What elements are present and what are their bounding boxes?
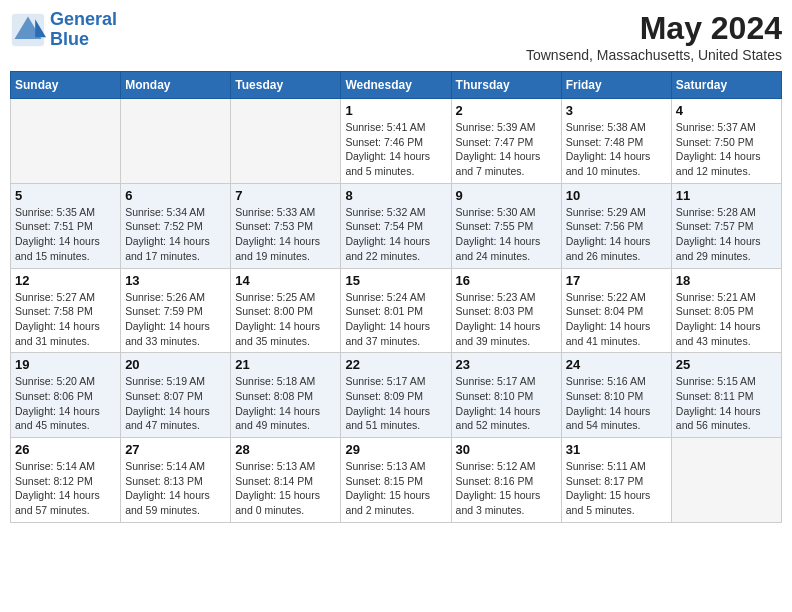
day-info: Sunrise: 5:32 AM Sunset: 7:54 PM Dayligh… — [345, 205, 446, 264]
calendar-cell — [231, 99, 341, 184]
day-number: 26 — [15, 442, 116, 457]
day-info: Sunrise: 5:28 AM Sunset: 7:57 PM Dayligh… — [676, 205, 777, 264]
week-row-1: 5Sunrise: 5:35 AM Sunset: 7:51 PM Daylig… — [11, 183, 782, 268]
day-number: 30 — [456, 442, 557, 457]
month-year: May 2024 — [526, 10, 782, 47]
calendar-cell: 21Sunrise: 5:18 AM Sunset: 8:08 PM Dayli… — [231, 353, 341, 438]
day-info: Sunrise: 5:19 AM Sunset: 8:07 PM Dayligh… — [125, 374, 226, 433]
location: Townsend, Massachusetts, United States — [526, 47, 782, 63]
day-number: 18 — [676, 273, 777, 288]
day-info: Sunrise: 5:11 AM Sunset: 8:17 PM Dayligh… — [566, 459, 667, 518]
calendar-cell: 31Sunrise: 5:11 AM Sunset: 8:17 PM Dayli… — [561, 438, 671, 523]
logo-line1: General — [50, 9, 117, 29]
day-number: 25 — [676, 357, 777, 372]
day-info: Sunrise: 5:25 AM Sunset: 8:00 PM Dayligh… — [235, 290, 336, 349]
page-header: General Blue May 2024 Townsend, Massachu… — [10, 10, 782, 63]
calendar-cell: 9Sunrise: 5:30 AM Sunset: 7:55 PM Daylig… — [451, 183, 561, 268]
calendar-cell — [11, 99, 121, 184]
day-number: 31 — [566, 442, 667, 457]
calendar-cell: 30Sunrise: 5:12 AM Sunset: 8:16 PM Dayli… — [451, 438, 561, 523]
calendar-cell: 1Sunrise: 5:41 AM Sunset: 7:46 PM Daylig… — [341, 99, 451, 184]
day-number: 6 — [125, 188, 226, 203]
calendar-cell: 20Sunrise: 5:19 AM Sunset: 8:07 PM Dayli… — [121, 353, 231, 438]
calendar-cell: 4Sunrise: 5:37 AM Sunset: 7:50 PM Daylig… — [671, 99, 781, 184]
day-number: 22 — [345, 357, 446, 372]
calendar-cell: 3Sunrise: 5:38 AM Sunset: 7:48 PM Daylig… — [561, 99, 671, 184]
day-info: Sunrise: 5:13 AM Sunset: 8:14 PM Dayligh… — [235, 459, 336, 518]
calendar-cell: 7Sunrise: 5:33 AM Sunset: 7:53 PM Daylig… — [231, 183, 341, 268]
day-number: 17 — [566, 273, 667, 288]
day-info: Sunrise: 5:30 AM Sunset: 7:55 PM Dayligh… — [456, 205, 557, 264]
day-info: Sunrise: 5:18 AM Sunset: 8:08 PM Dayligh… — [235, 374, 336, 433]
day-number: 11 — [676, 188, 777, 203]
day-info: Sunrise: 5:14 AM Sunset: 8:12 PM Dayligh… — [15, 459, 116, 518]
week-row-3: 19Sunrise: 5:20 AM Sunset: 8:06 PM Dayli… — [11, 353, 782, 438]
day-info: Sunrise: 5:29 AM Sunset: 7:56 PM Dayligh… — [566, 205, 667, 264]
week-row-0: 1Sunrise: 5:41 AM Sunset: 7:46 PM Daylig… — [11, 99, 782, 184]
day-info: Sunrise: 5:12 AM Sunset: 8:16 PM Dayligh… — [456, 459, 557, 518]
weekday-header-friday: Friday — [561, 72, 671, 99]
day-info: Sunrise: 5:21 AM Sunset: 8:05 PM Dayligh… — [676, 290, 777, 349]
day-number: 27 — [125, 442, 226, 457]
calendar-cell: 14Sunrise: 5:25 AM Sunset: 8:00 PM Dayli… — [231, 268, 341, 353]
day-number: 20 — [125, 357, 226, 372]
weekday-header-wednesday: Wednesday — [341, 72, 451, 99]
title-block: May 2024 Townsend, Massachusetts, United… — [526, 10, 782, 63]
day-info: Sunrise: 5:17 AM Sunset: 8:10 PM Dayligh… — [456, 374, 557, 433]
day-info: Sunrise: 5:37 AM Sunset: 7:50 PM Dayligh… — [676, 120, 777, 179]
calendar: SundayMondayTuesdayWednesdayThursdayFrid… — [10, 71, 782, 523]
day-number: 2 — [456, 103, 557, 118]
week-row-2: 12Sunrise: 5:27 AM Sunset: 7:58 PM Dayli… — [11, 268, 782, 353]
day-number: 13 — [125, 273, 226, 288]
logo: General Blue — [10, 10, 117, 50]
day-info: Sunrise: 5:41 AM Sunset: 7:46 PM Dayligh… — [345, 120, 446, 179]
calendar-cell: 16Sunrise: 5:23 AM Sunset: 8:03 PM Dayli… — [451, 268, 561, 353]
day-number: 28 — [235, 442, 336, 457]
calendar-cell: 24Sunrise: 5:16 AM Sunset: 8:10 PM Dayli… — [561, 353, 671, 438]
day-info: Sunrise: 5:39 AM Sunset: 7:47 PM Dayligh… — [456, 120, 557, 179]
day-info: Sunrise: 5:14 AM Sunset: 8:13 PM Dayligh… — [125, 459, 226, 518]
day-info: Sunrise: 5:34 AM Sunset: 7:52 PM Dayligh… — [125, 205, 226, 264]
day-info: Sunrise: 5:17 AM Sunset: 8:09 PM Dayligh… — [345, 374, 446, 433]
calendar-cell: 29Sunrise: 5:13 AM Sunset: 8:15 PM Dayli… — [341, 438, 451, 523]
calendar-cell: 18Sunrise: 5:21 AM Sunset: 8:05 PM Dayli… — [671, 268, 781, 353]
day-number: 16 — [456, 273, 557, 288]
calendar-cell: 22Sunrise: 5:17 AM Sunset: 8:09 PM Dayli… — [341, 353, 451, 438]
day-info: Sunrise: 5:22 AM Sunset: 8:04 PM Dayligh… — [566, 290, 667, 349]
weekday-header-thursday: Thursday — [451, 72, 561, 99]
calendar-cell: 25Sunrise: 5:15 AM Sunset: 8:11 PM Dayli… — [671, 353, 781, 438]
day-number: 10 — [566, 188, 667, 203]
day-number: 23 — [456, 357, 557, 372]
calendar-cell: 5Sunrise: 5:35 AM Sunset: 7:51 PM Daylig… — [11, 183, 121, 268]
calendar-cell: 17Sunrise: 5:22 AM Sunset: 8:04 PM Dayli… — [561, 268, 671, 353]
day-number: 9 — [456, 188, 557, 203]
calendar-cell: 27Sunrise: 5:14 AM Sunset: 8:13 PM Dayli… — [121, 438, 231, 523]
day-info: Sunrise: 5:23 AM Sunset: 8:03 PM Dayligh… — [456, 290, 557, 349]
day-number: 5 — [15, 188, 116, 203]
week-row-4: 26Sunrise: 5:14 AM Sunset: 8:12 PM Dayli… — [11, 438, 782, 523]
calendar-cell: 12Sunrise: 5:27 AM Sunset: 7:58 PM Dayli… — [11, 268, 121, 353]
weekday-header-tuesday: Tuesday — [231, 72, 341, 99]
day-info: Sunrise: 5:33 AM Sunset: 7:53 PM Dayligh… — [235, 205, 336, 264]
day-info: Sunrise: 5:15 AM Sunset: 8:11 PM Dayligh… — [676, 374, 777, 433]
weekday-header-saturday: Saturday — [671, 72, 781, 99]
calendar-cell: 10Sunrise: 5:29 AM Sunset: 7:56 PM Dayli… — [561, 183, 671, 268]
day-number: 7 — [235, 188, 336, 203]
day-number: 24 — [566, 357, 667, 372]
calendar-cell: 6Sunrise: 5:34 AM Sunset: 7:52 PM Daylig… — [121, 183, 231, 268]
day-number: 14 — [235, 273, 336, 288]
calendar-cell: 28Sunrise: 5:13 AM Sunset: 8:14 PM Dayli… — [231, 438, 341, 523]
calendar-cell — [121, 99, 231, 184]
weekday-header-monday: Monday — [121, 72, 231, 99]
calendar-cell: 15Sunrise: 5:24 AM Sunset: 8:01 PM Dayli… — [341, 268, 451, 353]
weekday-header-sunday: Sunday — [11, 72, 121, 99]
calendar-cell: 23Sunrise: 5:17 AM Sunset: 8:10 PM Dayli… — [451, 353, 561, 438]
calendar-cell: 13Sunrise: 5:26 AM Sunset: 7:59 PM Dayli… — [121, 268, 231, 353]
day-info: Sunrise: 5:16 AM Sunset: 8:10 PM Dayligh… — [566, 374, 667, 433]
logo-line2: Blue — [50, 29, 89, 49]
calendar-cell: 19Sunrise: 5:20 AM Sunset: 8:06 PM Dayli… — [11, 353, 121, 438]
day-info: Sunrise: 5:24 AM Sunset: 8:01 PM Dayligh… — [345, 290, 446, 349]
day-number: 1 — [345, 103, 446, 118]
day-info: Sunrise: 5:35 AM Sunset: 7:51 PM Dayligh… — [15, 205, 116, 264]
calendar-cell: 8Sunrise: 5:32 AM Sunset: 7:54 PM Daylig… — [341, 183, 451, 268]
